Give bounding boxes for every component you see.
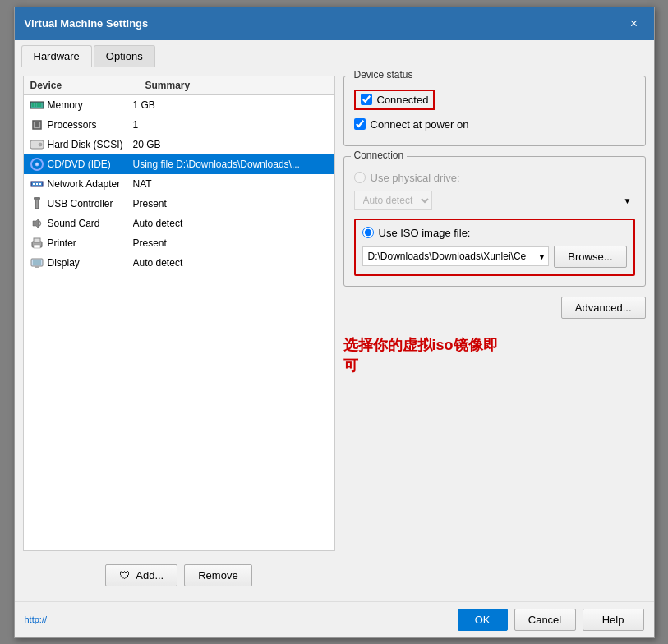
table-row-processors[interactable]: Processors 1: [24, 115, 334, 135]
dropdown-arrow-icon: ▼: [624, 196, 632, 205]
footer-url: http://: [25, 614, 48, 624]
table-row-display[interactable]: Display Auto detect: [24, 253, 334, 273]
svg-point-11: [36, 163, 38, 165]
device-summary-printer: Present: [133, 237, 328, 249]
connected-label: Connected: [377, 94, 429, 106]
table-row-sound[interactable]: Sound Card Auto detect: [24, 214, 334, 233]
tab-options[interactable]: Options: [94, 45, 155, 67]
header-device: Device: [30, 80, 145, 91]
device-name-harddisk: Hard Disk (SCSI): [48, 139, 123, 150]
device-name-display: Display: [48, 257, 80, 269]
svg-rect-13: [33, 183, 35, 185]
memory-icon: [30, 99, 44, 112]
svg-rect-14: [36, 183, 38, 185]
table-row-memory[interactable]: Memory 1 GB: [24, 95, 334, 115]
device-status-label: Device status: [351, 69, 417, 80]
right-panel: Device status Connected Connect at power…: [343, 76, 646, 593]
connect-power-row: Connect at power on: [354, 118, 635, 131]
tabs-container: Hardware Options: [15, 40, 654, 67]
title-bar: Virtual Machine Settings ×: [15, 7, 654, 40]
device-summary-processors: 1: [133, 119, 328, 131]
advanced-button[interactable]: Advanced...: [561, 297, 646, 319]
cancel-button[interactable]: Cancel: [514, 609, 576, 631]
iso-label: Use ISO image file:: [379, 227, 471, 239]
device-summary-network: NAT: [133, 178, 328, 190]
iso-path-select[interactable]: D:\Downloads\Downloads\Xunlei\Ce: [362, 246, 550, 266]
device-summary-sound: Auto detect: [133, 218, 328, 229]
table-header: Device Summary: [24, 76, 334, 95]
svg-rect-2: [35, 104, 36, 107]
svg-marker-18: [33, 218, 39, 228]
advanced-row: Advanced...: [343, 297, 646, 319]
physical-drive-label: Use physical drive:: [371, 172, 460, 184]
svg-rect-17: [34, 197, 40, 200]
device-name-network: Network Adapter: [48, 178, 121, 190]
svg-rect-1: [32, 104, 34, 107]
svg-rect-24: [35, 266, 39, 268]
svg-rect-6: [35, 122, 39, 127]
device-summary-display: Auto detect: [133, 257, 328, 269]
svg-rect-21: [34, 245, 40, 248]
printer-icon: [30, 237, 44, 250]
svg-rect-4: [39, 104, 41, 107]
svg-rect-16: [35, 199, 39, 209]
virtual-machine-settings-window: Virtual Machine Settings × Hardware Opti…: [14, 7, 655, 638]
browse-button[interactable]: Browse...: [554, 246, 626, 268]
device-table: Device Summary Memory 1 GB: [23, 76, 335, 551]
network-icon: [30, 177, 44, 191]
svg-point-8: [39, 143, 42, 146]
iso-path-row: D:\Downloads\Downloads\Xunlei\Ce ▼ Brows…: [362, 246, 627, 268]
table-row-harddisk[interactable]: Hard Disk (SCSI) 20 GB: [24, 135, 334, 154]
device-summary-cddvd: Using file D:\Downloads\Downloads\...: [133, 159, 328, 170]
table-row-cddvd[interactable]: CD/DVD (IDE) Using file D:\Downloads\Dow…: [24, 154, 334, 174]
left-panel: Device Summary Memory 1 GB: [23, 76, 335, 593]
device-name-processors: Processors: [48, 119, 97, 131]
connected-checkbox[interactable]: [361, 94, 372, 105]
device-name-printer: Printer: [48, 237, 76, 249]
svg-rect-20: [34, 238, 40, 242]
device-name-sound: Sound Card: [48, 218, 100, 229]
device-name-cddvd: CD/DVD (IDE): [48, 159, 111, 170]
window-title: Virtual Machine Settings: [25, 17, 149, 30]
auto-detect-select[interactable]: Auto detect: [354, 191, 432, 210]
device-status-group: Device status Connected Connect at power…: [343, 76, 646, 146]
ok-button[interactable]: OK: [458, 609, 508, 631]
svg-rect-23: [33, 260, 41, 264]
main-content: Device Summary Memory 1 GB: [15, 67, 654, 601]
close-button[interactable]: ×: [624, 14, 644, 34]
connected-checkbox-container: Connected: [354, 90, 435, 110]
iso-radio-row: Use ISO image file:: [362, 227, 627, 239]
footer-bar: http:// OK Cancel Help: [15, 601, 654, 637]
table-row-network[interactable]: Network Adapter NAT: [24, 174, 334, 194]
cddvd-icon: [30, 158, 44, 171]
connection-label: Connection: [351, 150, 408, 161]
connect-power-checkbox[interactable]: [354, 118, 366, 130]
device-summary-memory: 1 GB: [133, 99, 328, 111]
device-summary-harddisk: 20 GB: [133, 139, 328, 150]
iso-radio[interactable]: [362, 227, 374, 238]
header-summary: Summary: [145, 80, 328, 91]
annotation-text: 选择你的虚拟iso镜像即 可: [343, 335, 646, 376]
device-name-memory: Memory: [48, 99, 83, 111]
device-name-usb: USB Controller: [48, 198, 113, 209]
help-button[interactable]: Help: [583, 609, 644, 631]
remove-button[interactable]: Remove: [184, 564, 251, 586]
physical-drive-row: Use physical drive:: [354, 172, 635, 184]
tab-hardware[interactable]: Hardware: [21, 45, 92, 67]
table-row-printer[interactable]: Printer Present: [24, 233, 334, 253]
add-icon: 🛡: [119, 569, 130, 582]
table-bottom-buttons: 🛡 Add... Remove: [23, 558, 335, 593]
connection-group: Connection Use physical drive: Auto dete…: [343, 156, 646, 287]
processor-icon: [30, 118, 44, 131]
usb-icon: [30, 197, 44, 210]
table-row-usb[interactable]: USB Controller Present: [24, 194, 334, 214]
iso-section: Use ISO image file: D:\Downloads\Downloa…: [354, 218, 635, 276]
add-button[interactable]: 🛡 Add...: [105, 564, 177, 586]
connect-power-label: Connect at power on: [371, 118, 469, 131]
display-icon: [30, 256, 44, 269]
sound-icon: [30, 217, 44, 230]
svg-rect-3: [37, 104, 39, 107]
harddisk-icon: [30, 138, 44, 151]
physical-drive-radio[interactable]: [354, 172, 366, 183]
svg-rect-15: [39, 183, 41, 185]
